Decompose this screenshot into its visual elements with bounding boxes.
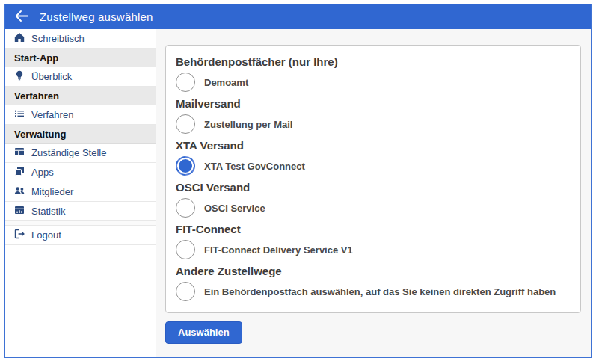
radio-label: Ein Behördenpostfach auswählen, auf das …	[204, 286, 556, 297]
radio-group-xta-versand: XTA Versand XTA Test GovConnect	[176, 139, 570, 176]
radio-option-fit-connect-delivery[interactable]: FIT-Connect Delivery Service V1	[176, 240, 570, 259]
radio-circle[interactable]	[176, 198, 195, 218]
sidebar-section-label: Verfahren	[14, 90, 59, 102]
radio-group-fit-connect: FIT-Connect FIT-Connect Delivery Service…	[176, 223, 570, 259]
chart-window-icon	[14, 205, 25, 218]
sidebar-item-apps[interactable]: Apps	[5, 163, 156, 182]
radio-option-xta-test-govconnect[interactable]: XTA Test GovConnect	[176, 156, 570, 176]
group-heading: FIT-Connect	[176, 223, 570, 235]
list-icon	[14, 108, 25, 121]
group-heading: Andere Zustellwege	[176, 265, 570, 277]
group-heading: Mailversand	[176, 97, 570, 110]
sidebar-item-label: Logout	[31, 229, 61, 241]
lightbulb-icon	[14, 70, 25, 83]
radio-circle[interactable]	[176, 114, 195, 134]
radio-circle[interactable]	[176, 282, 195, 301]
delivery-options-card: Behördenpostfächer (nur Ihre) Demoamt Ma…	[165, 45, 581, 313]
sidebar-section-start-app: Start-App	[5, 49, 156, 67]
sidebar-item-zustaendige-stelle[interactable]: Zuständige Stelle	[5, 144, 156, 163]
auswaehlen-button[interactable]: Auswählen	[165, 321, 242, 344]
group-heading: OSCI Versand	[176, 181, 570, 194]
back-arrow-icon	[15, 10, 28, 24]
radio-option-anderes-behoerdenpostfach[interactable]: Ein Behördenpostfach auswählen, auf das …	[176, 282, 570, 301]
page-title: Zustellweg auswählen	[40, 10, 153, 23]
radio-option-osci-service[interactable]: OSCI Service	[176, 198, 570, 218]
radio-circle[interactable]	[176, 240, 195, 259]
radio-circle[interactable]	[176, 156, 195, 176]
sidebar-item-verfahren[interactable]: Verfahren	[5, 105, 156, 125]
radio-group-behoerdenpostfaecher: Behördenpostfächer (nur Ihre) Demoamt	[176, 55, 570, 92]
group-heading: XTA Versand	[176, 139, 570, 152]
apps-icon	[14, 166, 25, 179]
app-header: Zustellweg auswählen	[5, 4, 591, 29]
sidebar-section-label: Start-App	[14, 52, 58, 64]
sidebar-section-label: Verwaltung	[14, 129, 66, 140]
app-window: Zustellweg auswählen Schreibtisch Start-…	[4, 4, 592, 358]
sidebar-item-label: Schreibtisch	[31, 33, 85, 44]
sidebar: Schreibtisch Start-App Überblick Verfahr…	[5, 29, 156, 357]
radio-label: Zustellung per Mail	[204, 119, 292, 130]
sidebar-section-verfahren: Verfahren	[5, 87, 156, 105]
radio-group-mailversand: Mailversand Zustellung per Mail	[176, 97, 570, 134]
people-icon	[14, 185, 25, 198]
group-heading: Behördenpostfächer (nur Ihre)	[176, 55, 570, 68]
back-button[interactable]	[15, 10, 28, 24]
window-icon	[14, 146, 25, 159]
radio-label: XTA Test GovConnect	[204, 161, 305, 172]
sidebar-section-verwaltung: Verwaltung	[5, 125, 156, 144]
sidebar-item-label: Zuständige Stelle	[31, 147, 106, 158]
logout-icon	[14, 229, 25, 241]
radio-group-andere-zustellwege: Andere Zustellwege Ein Behördenpostfach …	[176, 265, 570, 301]
sidebar-item-mitglieder[interactable]: Mitglieder	[5, 182, 156, 202]
sidebar-item-statistik[interactable]: Statistik	[5, 202, 156, 221]
sidebar-item-ueberblick[interactable]: Überblick	[5, 67, 156, 87]
radio-option-demoamt[interactable]: Demoamt	[176, 73, 570, 92]
sidebar-item-label: Mitglieder	[31, 186, 73, 197]
sidebar-item-label: Verfahren	[31, 109, 73, 120]
sidebar-item-logout[interactable]: Logout	[5, 226, 156, 245]
sidebar-item-label: Überblick	[31, 71, 72, 82]
radio-label: OSCI Service	[204, 203, 265, 214]
radio-label: FIT-Connect Delivery Service V1	[204, 244, 353, 256]
sidebar-item-schreibtisch[interactable]: Schreibtisch	[5, 29, 156, 49]
sidebar-item-label: Statistik	[31, 206, 66, 217]
sidebar-item-label: Apps	[31, 167, 54, 178]
radio-option-zustellung-per-mail[interactable]: Zustellung per Mail	[176, 114, 570, 134]
house-icon	[14, 32, 25, 45]
radio-label: Demoamt	[204, 77, 248, 88]
radio-group-osci-versand: OSCI Versand OSCI Service	[176, 181, 570, 218]
radio-circle[interactable]	[176, 73, 195, 92]
main-content: Behördenpostfächer (nur Ihre) Demoamt Ma…	[156, 29, 591, 357]
